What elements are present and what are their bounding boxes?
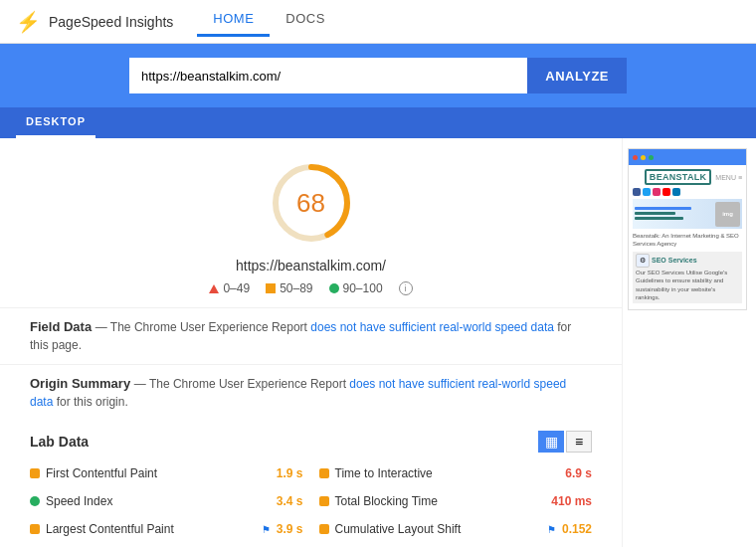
nav-tab-home[interactable]: HOME (197, 3, 270, 37)
square-icon (266, 283, 276, 293)
legend-orange-label: 50–89 (280, 281, 312, 295)
origin-summary-section: Origin Summary — The Chrome User Experie… (0, 364, 622, 421)
screenshot-hero: img (633, 199, 742, 229)
metric-name-si: Speed Index (46, 494, 271, 508)
info-icon[interactable]: i (399, 281, 413, 295)
legend-green: 90–100 (329, 281, 383, 295)
cta-desc: Our SEO Services Utilise Google's Guidel… (636, 269, 739, 302)
social-twitter (643, 188, 651, 196)
metric-name-tbt: Total Blocking Time (335, 494, 546, 508)
metric-name-cls: Cumulative Layout Shift (335, 522, 539, 536)
metric-cls: Cumulative Layout Shift ⚑ 0.152 (319, 518, 593, 540)
header: ⚡ PageSpeed Insights HOME DOCS (0, 0, 756, 44)
metric-speed-index: Speed Index 3.4 s (30, 490, 303, 512)
list-view-button[interactable]: ≡ (566, 431, 592, 453)
tab-bar: DESKTOP (0, 107, 756, 138)
metrics-grid: First Contentful Paint 1.9 s Time to Int… (30, 462, 592, 540)
metric-dot-tti (319, 468, 329, 478)
metric-value-cls: 0.152 (562, 522, 592, 536)
hero-text (635, 207, 715, 222)
social-icons-row (633, 188, 742, 196)
logo-area: ⚡ PageSpeed Insights (16, 10, 173, 34)
view-toggle: ▦ ≡ (538, 431, 592, 453)
social-instagram (653, 188, 661, 196)
main-content: 68 https://beanstalkim.com/ 0–49 50–89 9… (0, 138, 756, 547)
cta-title: SEO Services (652, 257, 697, 264)
browser-dot-green (649, 155, 654, 160)
beanstalk-logo: BEANSTALK (645, 169, 712, 185)
circle-icon (329, 283, 339, 293)
screenshot-body: BEANSTALK MENU ≡ (629, 165, 746, 309)
metric-lcp: Largest Contentful Paint ⚑ 3.9 s (30, 518, 303, 540)
social-linkedin (672, 188, 680, 196)
hero-line-3 (635, 217, 683, 220)
metric-value-si: 3.4 s (277, 494, 303, 508)
metric-first-contentful-paint: First Contentful Paint 1.9 s (30, 462, 303, 484)
cta-icon-row: ⚙ SEO Services (636, 254, 739, 268)
screenshot-thumbnail: BEANSTALK MENU ≡ (628, 148, 747, 310)
right-panel: BEANSTALK MENU ≡ (622, 138, 756, 547)
field-data-title: Field Data (30, 319, 92, 334)
tab-desktop[interactable]: DESKTOP (16, 107, 95, 138)
metric-value-tti: 6.9 s (565, 466, 592, 480)
score-gauge: 68 (267, 158, 356, 248)
metric-dot-tbt (319, 496, 329, 506)
screenshot-cta-box: ⚙ SEO Services Our SEO Services Utilise … (633, 252, 742, 304)
field-data-desc: — The Chrome User Experience Report does… (30, 320, 571, 352)
metric-name-tti: Time to Interactive (335, 466, 560, 480)
legend-green-label: 90–100 (343, 281, 383, 295)
score-legend: 0–49 50–89 90–100 i (209, 281, 412, 295)
metric-dot-lcp (30, 524, 40, 534)
legend-red: 0–49 (209, 281, 250, 295)
metric-dot-si (30, 496, 40, 506)
metric-total-blocking-time: Total Blocking Time 410 ms (319, 490, 593, 512)
search-row: ANALYZE (129, 58, 627, 93)
flag-icon-cls: ⚑ (547, 524, 556, 535)
metric-value-lcp: 3.9 s (277, 522, 303, 536)
hero-line-2 (635, 212, 675, 215)
left-panel: 68 https://beanstalkim.com/ 0–49 50–89 9… (0, 138, 622, 547)
score-number: 68 (296, 188, 325, 219)
metric-value-tbt: 410 ms (551, 494, 592, 508)
metric-name-fcp: First Contentful Paint (46, 466, 271, 480)
screenshot-logo-row: BEANSTALK MENU ≡ (633, 169, 742, 185)
url-input[interactable] (129, 58, 527, 93)
social-facebook (633, 188, 641, 196)
browser-dot-yellow (641, 155, 646, 160)
origin-summary-title: Origin Summary (30, 376, 130, 391)
screenshot-desc: Beanstalk: An Internet Marketing & SEO S… (633, 232, 742, 249)
hero-line-1 (635, 207, 691, 210)
lab-data-section: Lab Data ▦ ≡ First Contentful Paint 1.9 … (0, 421, 622, 546)
metric-time-to-interactive: Time to Interactive 6.9 s (319, 462, 593, 484)
lab-data-title: Lab Data (30, 434, 89, 450)
score-url: https://beanstalkim.com/ (236, 258, 386, 274)
logo-text: PageSpeed Insights (49, 14, 173, 30)
browser-dot-red (633, 155, 638, 160)
cta-icon: ⚙ (636, 254, 650, 268)
field-data-section: Field Data — The Chrome User Experience … (0, 307, 622, 364)
search-area: ANALYZE DESKTOP (0, 44, 756, 138)
metric-value-fcp: 1.9 s (277, 466, 303, 480)
metric-dot-cls (319, 524, 329, 534)
nav-tab-docs[interactable]: DOCS (270, 3, 341, 37)
field-data-link[interactable]: does not have sufficient real-world spee… (310, 320, 554, 334)
analyze-button[interactable]: ANALYZE (527, 58, 627, 93)
screenshot-browser-bar (629, 149, 746, 165)
lab-header: Lab Data ▦ ≡ (30, 431, 592, 453)
hero-image: img (715, 202, 740, 227)
grid-view-button[interactable]: ▦ (538, 431, 564, 453)
logo-icon: ⚡ (16, 10, 41, 34)
flag-icon-lcp: ⚑ (262, 524, 271, 535)
metric-dot-fcp (30, 468, 40, 478)
social-youtube (662, 188, 670, 196)
nav-tabs: HOME DOCS (197, 6, 341, 37)
legend-orange: 50–89 (266, 281, 312, 295)
legend-red-label: 0–49 (223, 281, 250, 295)
triangle-icon (209, 284, 219, 293)
metric-name-lcp: Largest Contentful Paint (46, 522, 254, 536)
score-section: 68 https://beanstalkim.com/ 0–49 50–89 9… (0, 138, 622, 307)
menu-label: MENU ≡ (715, 174, 742, 181)
